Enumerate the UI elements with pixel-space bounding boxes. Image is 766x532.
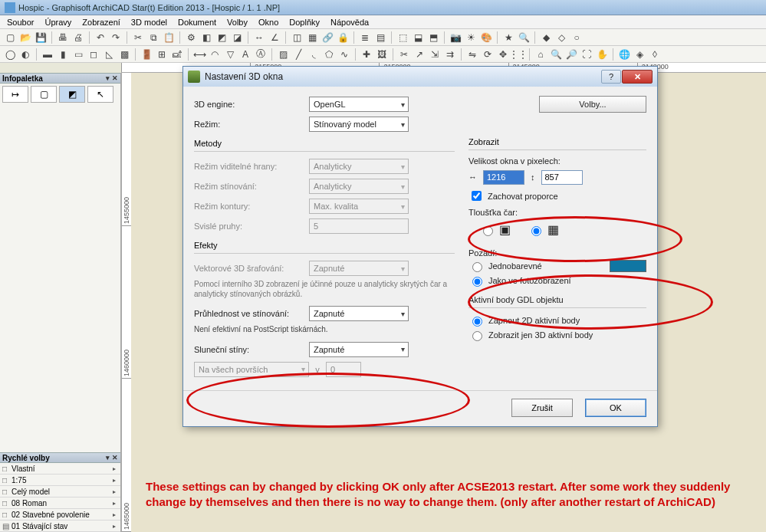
thickness-thick-radio[interactable] — [531, 226, 541, 236]
menu-window[interactable]: Okno — [253, 17, 284, 28]
bg-photo-radio[interactable] — [472, 277, 482, 287]
tb2-spl-icon[interactable]: ∿ — [337, 48, 351, 61]
tb2-beam-icon[interactable]: ▭ — [71, 48, 85, 61]
tb2-zot-icon[interactable]: 🔎 — [564, 48, 578, 61]
tb2-door-icon[interactable]: 🚪 — [140, 48, 153, 61]
quick-options-header[interactable]: Rychlé volby ▾✕ — [0, 452, 120, 463]
tb-cube-icon[interactable]: ◫ — [290, 31, 304, 44]
tb-b-icon[interactable]: 🔒 — [336, 31, 350, 44]
width-input[interactable] — [483, 170, 524, 185]
tb2-wall-icon[interactable]: ▬ — [41, 48, 54, 61]
menu-view[interactable]: Zobrazení — [77, 17, 126, 28]
tb-sun-icon[interactable]: ☀ — [464, 31, 478, 44]
tb2-trim-icon[interactable]: ✂ — [397, 48, 411, 61]
tb-cut-icon[interactable]: ✂ — [131, 31, 145, 44]
tb-misc4-icon[interactable]: ◪ — [230, 31, 244, 44]
close-icon[interactable]: ✕ — [112, 454, 118, 461]
engine-combo[interactable]: OpenGL — [309, 97, 409, 112]
tb-misc-icon[interactable]: ⚙ — [184, 31, 198, 44]
tb2-fill-icon[interactable]: ▨ — [276, 48, 290, 61]
tb2-home-icon[interactable]: ⌂ — [534, 48, 547, 61]
tb2-poly-icon[interactable]: ⬠ — [322, 48, 336, 61]
height-input[interactable] — [541, 170, 583, 185]
tb2-adj-icon[interactable]: ⇲ — [428, 48, 442, 61]
tb2-arc-icon[interactable]: ◟ — [307, 48, 321, 61]
tb2-orb-icon[interactable]: 🌐 — [617, 48, 631, 61]
menu-edit[interactable]: Úpravy — [39, 17, 77, 28]
menu-options[interactable]: Volby — [222, 17, 253, 28]
tb2-lbl-icon[interactable]: Ⓐ — [254, 48, 268, 61]
tb-misc2-icon[interactable]: ◧ — [199, 31, 213, 44]
tb-new-icon[interactable]: ▢ — [3, 31, 17, 44]
close-button[interactable]: ✕ — [622, 70, 653, 84]
tb-x1-icon[interactable]: ◆ — [539, 31, 553, 44]
sun-combo[interactable]: Zapnuté — [309, 342, 409, 357]
tb-plot-icon[interactable]: 🖨 — [71, 31, 85, 44]
tb2-obj-icon[interactable]: 🛋 — [170, 48, 184, 61]
tb2-rad-icon[interactable]: ◠ — [208, 48, 222, 61]
info-slot-1[interactable]: ↦ — [2, 86, 28, 103]
list-item[interactable]: □Vlastní▸ — [0, 463, 120, 475]
tb2-win-icon[interactable]: ⊞ — [155, 48, 169, 61]
tb2-roof-icon[interactable]: ◺ — [102, 48, 116, 61]
tb2-per-icon[interactable]: ◈ — [633, 48, 646, 61]
cancel-button[interactable]: Zrušit — [511, 399, 573, 417]
tb2-off-icon[interactable]: ⇉ — [443, 48, 457, 61]
ok-button[interactable]: OK — [585, 399, 646, 417]
tb-fav-icon[interactable]: ★ — [501, 31, 515, 44]
list-item[interactable]: □02 Stavebné povolenie▸ — [0, 509, 120, 521]
tb2-mul-icon[interactable]: ⋮⋮ — [511, 48, 525, 61]
tb-3d-icon[interactable]: ⬚ — [396, 31, 409, 44]
bg-color-swatch[interactable] — [610, 260, 646, 272]
tb-sec-icon[interactable]: ⬓ — [411, 31, 425, 44]
list-item[interactable]: □08 Roman▸ — [0, 498, 120, 509]
tb2-ext-icon[interactable]: ↗ — [413, 48, 426, 61]
tb-elem-icon[interactable]: ▤ — [373, 31, 387, 44]
tb2-pan-icon[interactable]: ✋ — [595, 48, 609, 61]
tb2-line-icon[interactable]: ╱ — [291, 48, 305, 61]
keep-proportions-checkbox[interactable] — [472, 191, 482, 201]
tb-save-icon[interactable]: 💾 — [34, 31, 48, 44]
info-palette-header[interactable]: Infopaletka ▾✕ — [0, 73, 120, 84]
mode-combo[interactable]: Stínovaný model — [309, 117, 409, 132]
tb-grp-icon[interactable]: ▦ — [305, 31, 319, 44]
tb2-mir-icon[interactable]: ⇋ — [465, 48, 479, 61]
tb2-a-icon[interactable]: ◯ — [3, 48, 17, 61]
transp-combo[interactable]: Zapnuté — [309, 306, 409, 321]
gdl-2d-radio[interactable] — [472, 317, 482, 327]
info-slot-2[interactable]: ▢ — [31, 86, 57, 103]
info-slot-3[interactable]: ◩ — [59, 86, 85, 103]
tb2-slab-icon[interactable]: ◻ — [87, 48, 100, 61]
options-button[interactable]: Volby... — [539, 96, 646, 113]
menu-help[interactable]: Nápověda — [325, 17, 374, 28]
dialog-titlebar[interactable]: Nastavení 3D okna ? ✕ — [183, 67, 657, 87]
tb2-b-icon[interactable]: ◐ — [18, 48, 32, 61]
tb-layer-icon[interactable]: ≣ — [358, 31, 372, 44]
tb-undo-icon[interactable]: ↶ — [94, 31, 107, 44]
tb-rend-icon[interactable]: 🎨 — [479, 31, 493, 44]
tb2-txt-icon[interactable]: A — [238, 48, 252, 61]
help-button[interactable]: ? — [601, 70, 621, 84]
info-slot-arrow[interactable]: ↖ — [87, 86, 113, 103]
tb-copy-icon[interactable]: ⧉ — [146, 31, 160, 44]
list-item[interactable]: □Celý model▸ — [0, 486, 120, 498]
bg-mono-radio[interactable] — [472, 262, 482, 272]
tb2-lvl-icon[interactable]: ▽ — [223, 48, 237, 61]
tb2-dim-icon[interactable]: ⟷ — [192, 48, 206, 61]
tb-cam-icon[interactable]: 📷 — [449, 31, 462, 44]
tb2-zin-icon[interactable]: 🔍 — [549, 48, 563, 61]
thickness-thin-radio[interactable] — [483, 226, 493, 236]
close-icon[interactable]: ✕ — [112, 74, 118, 82]
tb-ang-icon[interactable]: ∠ — [268, 31, 281, 44]
tb2-axo-icon[interactable]: ◊ — [648, 48, 662, 61]
tb2-fit-icon[interactable]: ⛶ — [580, 48, 593, 61]
tb-x2-icon[interactable]: ◇ — [554, 31, 568, 44]
tb-find-icon[interactable]: 🔍 — [517, 31, 531, 44]
tb2-fig-icon[interactable]: 🖼 — [375, 48, 389, 61]
menu-file[interactable]: Soubor — [2, 17, 39, 28]
tb2-mesh-icon[interactable]: ▩ — [117, 48, 131, 61]
tb-redo-icon[interactable]: ↷ — [109, 31, 123, 44]
collapse-icon[interactable]: ▾ — [106, 454, 110, 461]
menu-document[interactable]: Dokument — [173, 17, 222, 28]
tb2-hot-icon[interactable]: ✚ — [360, 48, 373, 61]
